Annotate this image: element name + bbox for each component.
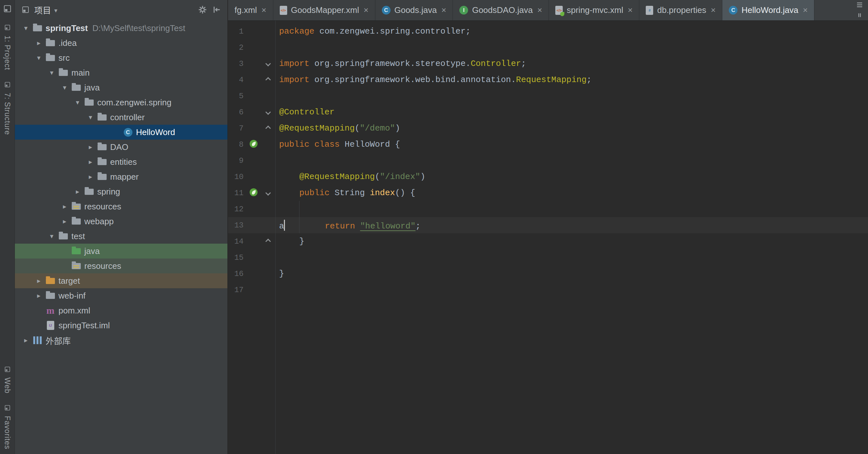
fold-marker[interactable]: [261, 62, 275, 66]
code-text[interactable]: @RequestMapping("/index"): [275, 172, 426, 182]
code-line[interactable]: 17: [228, 282, 868, 298]
close-tab-icon[interactable]: ×: [364, 5, 369, 15]
code-line[interactable]: 14 }: [228, 233, 868, 249]
chevron-expanded-icon[interactable]: ▾: [85, 114, 96, 121]
tree-row-外部库[interactable]: ▸外部库: [15, 333, 227, 348]
close-tab-icon[interactable]: ×: [261, 5, 266, 15]
code-line[interactable]: 1package com.zengwei.spring.controller;: [228, 23, 868, 39]
tool-window-layout-icon[interactable]: [2, 3, 13, 14]
code-text[interactable]: public class HelloWord {: [275, 140, 400, 149]
tree-row-spring[interactable]: ▸spring: [15, 184, 227, 199]
code-line[interactable]: 5: [228, 88, 868, 104]
code-text[interactable]: }: [275, 269, 284, 278]
code-line[interactable]: 2: [228, 39, 868, 56]
code-text[interactable]: @Controller: [275, 107, 335, 117]
code-text[interactable]: package com.zengwei.spring.controller;: [275, 27, 471, 36]
tree-row-controller[interactable]: ▾controller: [15, 110, 227, 125]
code-text[interactable]: import org.springframework.web.bind.anno…: [275, 75, 591, 85]
tree-row-com-zengwei-spring[interactable]: ▾com.zengwei.spring: [15, 95, 227, 110]
code-line[interactable]: 4import org.springframework.web.bind.ann…: [228, 72, 868, 88]
tree-row-resources[interactable]: resources: [15, 259, 227, 273]
tree-row-springtest[interactable]: ▾springTestD:\MySelf\test\springTest: [15, 21, 227, 35]
toolwindow-favorites-button[interactable]: Favorites: [3, 404, 12, 450]
tree-row-mapper[interactable]: ▸mapper: [15, 169, 227, 184]
tree-row-pom-xml[interactable]: mpom.xml: [15, 303, 227, 318]
code-line[interactable]: 10 @RequestMapping("/index"): [228, 169, 868, 185]
spring-bean-icon[interactable]: [249, 188, 258, 199]
toolwindow-project-button[interactable]: 1: Project: [3, 24, 12, 70]
tree-row-web-inf[interactable]: ▸web-inf: [15, 288, 227, 303]
code-line[interactable]: 3import org.springframework.stereotype.C…: [228, 56, 868, 72]
chevron-collapsed-icon[interactable]: ▸: [85, 143, 96, 151]
chevron-collapsed-icon[interactable]: ▸: [85, 158, 96, 166]
code-line[interactable]: 13a return "helloword";: [228, 217, 868, 233]
close-tab-icon[interactable]: ×: [628, 5, 632, 15]
code-line[interactable]: 9: [228, 153, 868, 169]
tree-row-java[interactable]: ▾java: [15, 80, 227, 95]
tree-row-entities[interactable]: ▸entities: [15, 154, 227, 169]
fold-marker[interactable]: [261, 110, 275, 114]
chevron-collapsed-icon[interactable]: ▸: [59, 203, 70, 210]
chevron-expanded-icon[interactable]: ▾: [46, 232, 57, 240]
close-tab-icon[interactable]: ×: [803, 5, 808, 15]
fold-marker[interactable]: [261, 239, 275, 243]
chevron-expanded-icon[interactable]: ▾: [33, 54, 44, 62]
code-editor[interactable]: 1package com.zengwei.spring.controller;2…: [228, 21, 868, 454]
tree-row-test[interactable]: ▾test: [15, 229, 227, 244]
code-text[interactable]: public String index() {: [275, 188, 415, 198]
code-text[interactable]: import org.springframework.stereotype.Co…: [275, 59, 526, 68]
tree-row-dao[interactable]: ▸DAO: [15, 140, 227, 154]
fold-marker[interactable]: [261, 78, 275, 82]
chevron-expanded-icon[interactable]: ▾: [59, 84, 70, 91]
hide-panel-icon[interactable]: [211, 4, 222, 15]
code-text[interactable]: }: [275, 237, 304, 246]
chevron-down-icon[interactable]: ▾: [54, 7, 58, 14]
chevron-expanded-icon[interactable]: ▾: [46, 69, 57, 77]
tree-row-main[interactable]: ▾main: [15, 65, 227, 80]
close-tab-icon[interactable]: ×: [537, 5, 542, 15]
code-text[interactable]: a return "helloword";: [275, 220, 421, 231]
editor-tab-fg-xml[interactable]: fg.xml×: [228, 0, 273, 20]
editor-tab-spring-mvc-xml[interactable]: spring-mvc.xml×: [549, 0, 639, 20]
chevron-collapsed-icon[interactable]: ▸: [33, 39, 44, 47]
code-line[interactable]: 8public class HelloWord {: [228, 137, 868, 153]
tree-row-java[interactable]: java: [15, 244, 227, 259]
tree-row-springtest-iml[interactable]: springTest.iml: [15, 318, 227, 333]
tree-row-helloword[interactable]: CHelloWord: [15, 125, 227, 140]
gear-icon[interactable]: [197, 4, 208, 15]
tree-row-idea[interactable]: ▸.idea: [15, 35, 227, 51]
chevron-expanded-icon[interactable]: ▾: [20, 24, 31, 32]
code-text[interactable]: @RequestMapping("/demo"): [275, 123, 400, 133]
tree-row-resources[interactable]: ▸resources: [15, 199, 227, 214]
fold-marker[interactable]: [261, 191, 275, 195]
tree-row-webapp[interactable]: ▸webapp: [15, 214, 227, 229]
chevron-collapsed-icon[interactable]: ▸: [20, 336, 31, 344]
tab-options-icon[interactable]: [856, 1, 864, 10]
fold-marker[interactable]: [261, 126, 275, 130]
split-indicator-icon[interactable]: [856, 12, 863, 20]
chevron-collapsed-icon[interactable]: ▸: [59, 217, 70, 225]
editor-tab-helloword-java[interactable]: CHelloWord.java×: [722, 0, 814, 20]
code-line[interactable]: 12: [228, 201, 868, 217]
project-panel-title[interactable]: 项目: [34, 4, 51, 16]
editor-tab-goodsdao-java[interactable]: IGoodsDAO.java×: [453, 0, 549, 20]
close-tab-icon[interactable]: ×: [441, 5, 446, 15]
code-line[interactable]: 15: [228, 249, 868, 266]
chevron-collapsed-icon[interactable]: ▸: [72, 188, 83, 195]
chevron-collapsed-icon[interactable]: ▸: [33, 277, 44, 285]
tree-row-target[interactable]: ▸target: [15, 273, 227, 288]
chevron-expanded-icon[interactable]: ▾: [72, 98, 83, 106]
tree-row-src[interactable]: ▾src: [15, 51, 227, 65]
close-tab-icon[interactable]: ×: [711, 5, 715, 15]
chevron-collapsed-icon[interactable]: ▸: [85, 173, 96, 181]
code-line[interactable]: 11 public String index() {: [228, 185, 868, 201]
editor-tab-goods-java[interactable]: CGoods.java×: [375, 0, 453, 20]
spring-bean-icon[interactable]: [249, 139, 258, 150]
chevron-collapsed-icon[interactable]: ▸: [33, 292, 44, 300]
editor-tab-goodsmapper-xml[interactable]: GoodsMapper.xml×: [273, 0, 375, 20]
toolwindow-web-button[interactable]: Web: [3, 366, 12, 394]
editor-tab-db-properties[interactable]: db.properties×: [639, 0, 722, 20]
code-line[interactable]: 6@Controller: [228, 104, 868, 120]
toolwindow-structure-button[interactable]: 7: Structure: [3, 81, 12, 135]
code-line[interactable]: 16}: [228, 266, 868, 282]
